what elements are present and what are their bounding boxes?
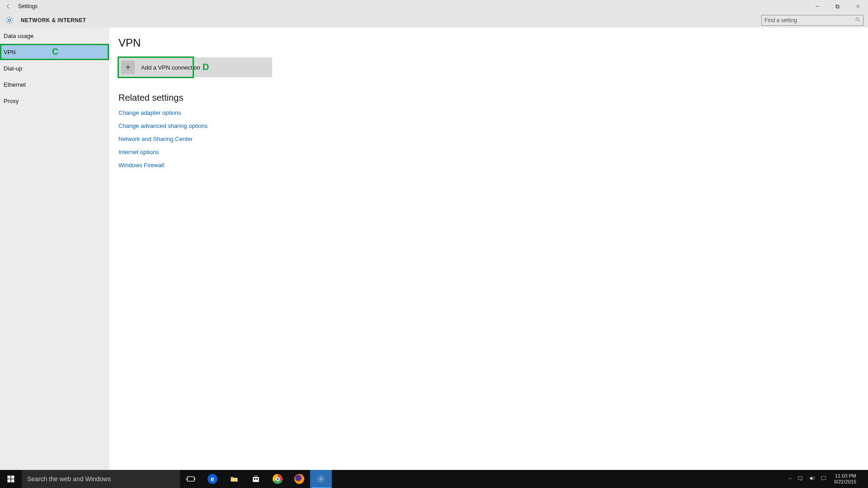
svg-point-2 bbox=[8, 19, 10, 21]
sidebar-item-proxy[interactable]: Proxy bbox=[0, 93, 109, 109]
tray-overflow-icon[interactable] bbox=[788, 475, 793, 483]
category-title: NETWORK & INTERNET bbox=[21, 17, 86, 23]
task-view-button[interactable] bbox=[180, 470, 202, 488]
svg-rect-8 bbox=[188, 477, 194, 481]
svg-rect-6 bbox=[8, 479, 11, 483]
related-settings-heading: Related settings bbox=[118, 93, 868, 103]
svg-rect-0 bbox=[836, 5, 839, 7]
window-titlebar: Settings bbox=[0, 0, 868, 13]
link-change-advanced-sharing[interactable]: Change advanced sharing options bbox=[118, 122, 868, 129]
sidebar-item-vpn[interactable]: VPN bbox=[0, 44, 109, 60]
page-title: VPN bbox=[118, 37, 868, 49]
link-internet-options[interactable]: Internet options bbox=[118, 149, 868, 155]
taskbar-search-placeholder: Search the web and Windows bbox=[27, 475, 111, 483]
taskbar-app-file-explorer[interactable] bbox=[223, 470, 245, 488]
svg-point-13 bbox=[320, 478, 322, 480]
close-button[interactable] bbox=[848, 0, 868, 13]
folder-icon bbox=[230, 474, 239, 483]
search-input[interactable] bbox=[761, 15, 863, 26]
taskbar-app-store[interactable] bbox=[245, 470, 267, 488]
window-title: Settings bbox=[16, 3, 38, 9]
taskbar-search[interactable]: Search the web and Windows bbox=[22, 470, 180, 488]
volume-icon[interactable] bbox=[809, 475, 816, 483]
svg-rect-7 bbox=[11, 479, 14, 483]
taskbar-app-edge[interactable]: e bbox=[202, 470, 223, 488]
svg-point-3 bbox=[856, 18, 859, 21]
store-icon bbox=[251, 474, 260, 483]
link-change-adapter-options[interactable]: Change adapter options bbox=[118, 109, 868, 116]
settings-sidebar: Data usage VPN Dial-up Ethernet Proxy C bbox=[0, 28, 109, 470]
taskbar: Search the web and Windows e bbox=[0, 470, 868, 488]
network-icon[interactable] bbox=[797, 475, 804, 483]
start-button[interactable] bbox=[0, 470, 22, 488]
sidebar-item-dial-up[interactable]: Dial-up bbox=[0, 60, 109, 76]
settings-window: Settings NETWORK & INTERNET bbox=[0, 0, 868, 470]
back-button[interactable] bbox=[0, 0, 16, 13]
clock-date: 8/22/2015 bbox=[834, 479, 856, 485]
minimize-button[interactable] bbox=[807, 0, 827, 13]
sidebar-item-data-usage[interactable]: Data usage bbox=[0, 28, 109, 44]
settings-header: NETWORK & INTERNET bbox=[0, 13, 868, 28]
svg-rect-4 bbox=[8, 476, 11, 479]
plus-icon: + bbox=[121, 61, 135, 74]
taskbar-app-chrome[interactable] bbox=[267, 470, 288, 488]
link-network-sharing-center[interactable]: Network and Sharing Center bbox=[118, 136, 868, 142]
add-vpn-label: Add a VPN connection bbox=[141, 64, 200, 71]
svg-rect-12 bbox=[256, 478, 258, 479]
svg-rect-9 bbox=[253, 477, 259, 482]
system-tray: 11:03 PM 8/22/2015 bbox=[788, 470, 868, 488]
search-icon bbox=[855, 17, 861, 24]
svg-rect-14 bbox=[798, 477, 802, 479]
svg-rect-1 bbox=[837, 5, 840, 8]
add-vpn-connection-button[interactable]: + Add a VPN connection bbox=[118, 57, 272, 77]
svg-rect-11 bbox=[254, 478, 255, 479]
taskbar-app-firefox[interactable] bbox=[288, 470, 310, 488]
gear-icon bbox=[316, 474, 326, 483]
maximize-button[interactable] bbox=[827, 0, 848, 13]
settings-content: VPN + Add a VPN connection D Related set… bbox=[109, 28, 868, 470]
link-windows-firewall[interactable]: Windows Firewall bbox=[118, 162, 868, 169]
sidebar-item-ethernet[interactable]: Ethernet bbox=[0, 76, 109, 93]
settings-search[interactable] bbox=[761, 15, 863, 26]
clock-time: 11:03 PM bbox=[834, 473, 856, 479]
gear-icon bbox=[5, 15, 14, 25]
svg-rect-5 bbox=[11, 476, 14, 479]
taskbar-clock[interactable]: 11:03 PM 8/22/2015 bbox=[831, 473, 859, 484]
taskbar-app-settings[interactable] bbox=[310, 470, 332, 488]
action-center-icon[interactable] bbox=[820, 475, 827, 483]
